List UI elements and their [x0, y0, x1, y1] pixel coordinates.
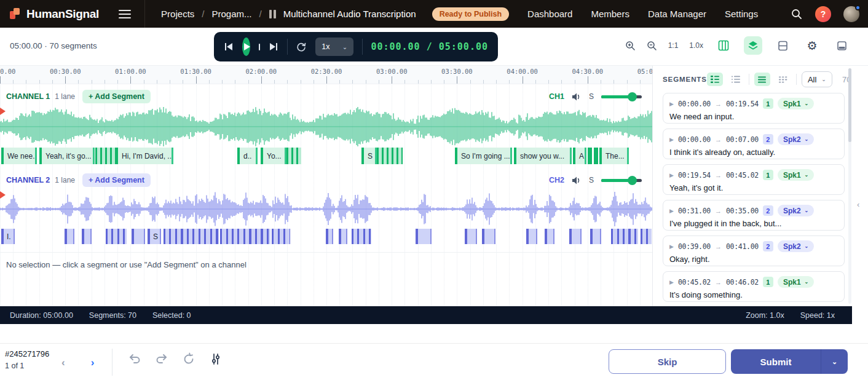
settings-sliders-icon[interactable]: [209, 352, 223, 368]
segment-card[interactable]: ▶00:00.00→00:07.002Spk2⌄I think it's alr…: [663, 129, 845, 159]
help-button[interactable]: ?: [815, 6, 831, 22]
prev-task-chevron-icon[interactable]: ‹: [61, 357, 65, 368]
volume-icon[interactable]: [572, 176, 582, 185]
volume-icon[interactable]: [572, 92, 582, 101]
hamburger-menu-icon[interactable]: [119, 10, 131, 18]
channel2-add-segment-button[interactable]: + Add Segment: [82, 173, 151, 187]
audio-segment[interactable]: [482, 229, 495, 244]
channel1-waveform[interactable]: [0, 106, 653, 147]
skip-back-icon[interactable]: [224, 42, 234, 51]
reset-icon[interactable]: [182, 352, 195, 368]
audio-segment[interactable]: A: [573, 148, 586, 164]
audio-segment[interactable]: [594, 148, 598, 164]
audio-segment[interactable]: [65, 229, 74, 244]
next-task-chevron-icon[interactable]: ›: [91, 357, 95, 368]
audio-segment[interactable]: S: [148, 229, 161, 244]
grid-view-icon[interactable]: [714, 36, 733, 55]
segment-card[interactable]: ▶00:19.54→00:45.021Spk1⌄Yeah, it's got i…: [663, 164, 845, 195]
audio-segment[interactable]: [106, 229, 127, 244]
play-segment-icon[interactable]: ▶: [669, 208, 674, 214]
collapse-panel-chevron-icon[interactable]: ‹: [857, 200, 859, 209]
slider-thumb[interactable]: [628, 92, 637, 101]
audio-segment[interactable]: Yo...: [261, 148, 286, 164]
timeline-ruler[interactable]: 00:00.0000:30.0001:00.0001:30.0002:00.00…: [0, 66, 653, 84]
layers-icon[interactable]: [744, 36, 762, 55]
nav-link-members[interactable]: Members: [591, 9, 629, 19]
audio-segment[interactable]: [526, 229, 537, 244]
audio-segment[interactable]: S: [361, 148, 377, 164]
speaker-select[interactable]: Spk1⌄: [778, 169, 814, 181]
channel2-solo-button[interactable]: S: [589, 176, 594, 184]
play-segment-icon[interactable]: ▶: [669, 137, 674, 143]
humansignal-logo[interactable]: HumanSignal: [0, 7, 110, 21]
channel1-add-segment-button[interactable]: + Add Segment: [82, 90, 151, 103]
speaker-select[interactable]: Spk2⌄: [778, 205, 814, 216]
audio-segment[interactable]: [588, 148, 592, 164]
breadcrumb-project[interactable]: Progam...: [211, 9, 251, 19]
nav-link-data-manager[interactable]: Data Manager: [648, 9, 706, 19]
waveform-editor[interactable]: 00:00.0000:30.0001:00.0001:30.0002:00.00…: [0, 66, 653, 306]
play-button[interactable]: [242, 38, 250, 56]
audio-segment[interactable]: [164, 229, 219, 244]
audio-segment[interactable]: [465, 229, 477, 244]
channel2-waveform[interactable]: [0, 190, 653, 228]
audio-segment[interactable]: d..: [237, 148, 258, 164]
loop-icon[interactable]: [296, 41, 307, 52]
audio-segment[interactable]: [339, 229, 347, 244]
speaker-select[interactable]: Spk2⌄: [778, 240, 814, 252]
audio-segment[interactable]: So I'm going ...: [455, 148, 512, 164]
audio-segment[interactable]: [641, 229, 652, 244]
breadcrumb-projects[interactable]: Projects: [161, 9, 194, 19]
audio-segment[interactable]: [590, 229, 601, 244]
segment-card[interactable]: ▶00:45.02→00:46.021Spk1⌄It's doing somet…: [663, 271, 845, 302]
segment-card[interactable]: ▶00:00.00→00:19.541Spk1⌄We need an input…: [663, 93, 845, 124]
undo-icon[interactable]: [128, 352, 141, 368]
segment-card[interactable]: ▶00:31.00→00:35.002Spk2⌄I've plugged it …: [663, 200, 845, 231]
audio-segment[interactable]: [611, 229, 638, 244]
list-detail-view-icon[interactable]: [707, 73, 723, 86]
avatar[interactable]: [843, 6, 859, 22]
audio-segment[interactable]: [272, 229, 290, 244]
skip-button[interactable]: Skip: [609, 349, 726, 374]
submit-button[interactable]: Submit ⌄: [731, 349, 848, 374]
bottom-panel-icon[interactable]: [832, 36, 851, 55]
play-segment-icon[interactable]: ▶: [669, 172, 674, 178]
audio-segment[interactable]: [95, 148, 116, 164]
playback-speed-select[interactable]: 1x ⌄: [315, 38, 353, 56]
speaker-select[interactable]: Spk2⌄: [778, 133, 814, 145]
play-segment-icon[interactable]: ▶: [669, 279, 674, 285]
audio-segment[interactable]: The...: [599, 148, 629, 164]
redo-icon[interactable]: [155, 352, 168, 368]
channel2-volume-slider[interactable]: [601, 179, 642, 182]
audio-segment[interactable]: [132, 229, 145, 244]
audio-segment[interactable]: [545, 229, 554, 244]
audio-segment[interactable]: [286, 148, 301, 164]
zoom-ratio-button[interactable]: 1:1: [668, 41, 679, 50]
audio-segment[interactable]: [352, 229, 371, 244]
audio-segment[interactable]: Yeah, it's go...: [39, 148, 95, 164]
zoom-out-icon[interactable]: [647, 41, 657, 51]
zoom-in-icon[interactable]: [625, 41, 636, 51]
skip-forward-icon[interactable]: [269, 42, 278, 51]
speaker-select[interactable]: Spk1⌄: [778, 276, 814, 288]
list-compact-view-icon[interactable]: [728, 73, 744, 86]
slider-thumb[interactable]: [628, 176, 637, 185]
columns-layout-icon[interactable]: [775, 73, 791, 86]
play-segment-icon[interactable]: ▶: [669, 101, 674, 107]
audio-segment[interactable]: Hi, I'm David, ...: [116, 148, 173, 164]
segments-filter-select[interactable]: All ⌄: [802, 71, 832, 87]
nav-link-settings[interactable]: Settings: [725, 9, 758, 19]
speaker-select[interactable]: Spk1⌄: [778, 98, 814, 109]
audio-segment[interactable]: We nee...: [1, 148, 37, 164]
audio-segment[interactable]: [377, 148, 403, 164]
search-icon[interactable]: [791, 8, 803, 20]
channel1-volume-slider[interactable]: [601, 95, 642, 98]
audio-segment[interactable]: [569, 229, 582, 244]
play-segment-icon[interactable]: ▶: [669, 243, 674, 250]
audio-segment[interactable]: [416, 229, 432, 244]
audio-segment[interactable]: [82, 229, 92, 244]
stop-button[interactable]: [259, 44, 260, 50]
audio-segment[interactable]: [326, 229, 333, 244]
gear-icon[interactable]: ⚙: [803, 36, 821, 55]
panel-scrollbar[interactable]: [848, 68, 851, 304]
